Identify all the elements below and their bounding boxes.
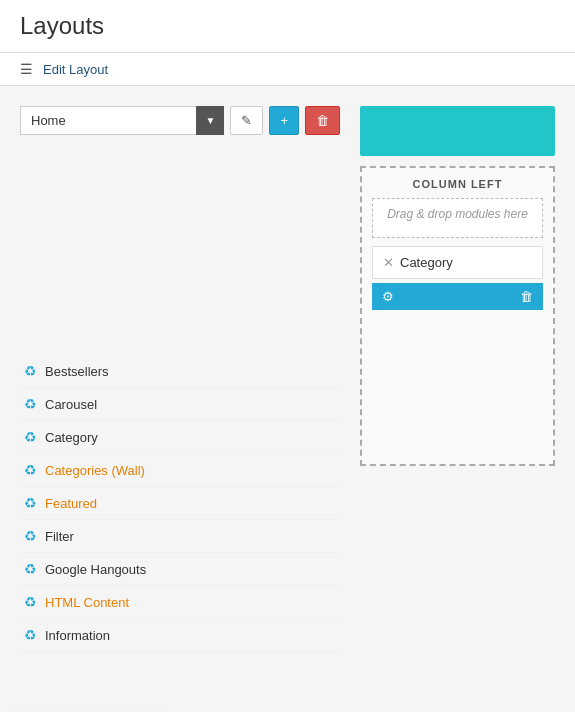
module-name-information: Information <box>45 628 110 643</box>
page-header: Layouts <box>0 0 575 53</box>
module-card-close-icon[interactable]: ✕ <box>383 255 394 270</box>
list-item: ♻ Categories (Wall) <box>20 454 340 487</box>
left-panel: - Add New - Account Affiliate Category C… <box>20 106 340 652</box>
page-title: Layouts <box>20 12 555 40</box>
module-icon-category: ♻ <box>24 429 37 445</box>
list-item: ♻ Information <box>20 619 340 652</box>
add-icon: + <box>280 113 288 128</box>
dropdown-row: - Add New - Account Affiliate Category C… <box>20 106 340 135</box>
module-name-filter: Filter <box>45 529 74 544</box>
module-name-category: Category <box>45 430 98 445</box>
list-item: ♻ Google Hangouts <box>20 553 340 586</box>
list-item: ♻ Filter <box>20 520 340 553</box>
layout-select[interactable]: - Add New - Account Affiliate Category C… <box>20 106 224 135</box>
delete-button[interactable]: 🗑 <box>305 106 340 135</box>
module-icon-information: ♻ <box>24 627 37 643</box>
layout-select-wrapper: - Add New - Account Affiliate Category C… <box>20 106 224 135</box>
module-card: ✕ Category <box>372 246 543 279</box>
drop-zone[interactable]: Drag & drop modules here <box>372 198 543 238</box>
module-card-label: Category <box>400 255 453 270</box>
list-item: ♻ HTML Content <box>20 586 340 619</box>
toolbar: ☰ Edit Layout <box>0 53 575 86</box>
module-icon-html-content: ♻ <box>24 594 37 610</box>
edit-layout-link[interactable]: Edit Layout <box>43 62 108 77</box>
module-card-name: ✕ Category <box>383 255 453 270</box>
list-item: ♻ Category <box>20 421 340 454</box>
right-panel: COLUMN LEFT Drag & drop modules here ✕ C… <box>360 106 555 652</box>
module-icon-carousel: ♻ <box>24 396 37 412</box>
column-left-label: COLUMN LEFT <box>372 178 543 190</box>
column-left-section: COLUMN LEFT Drag & drop modules here ✕ C… <box>360 166 555 466</box>
module-icon-bestsellers: ♻ <box>24 363 37 379</box>
list-item: ♻ Featured <box>20 487 340 520</box>
add-button[interactable]: + <box>269 106 299 135</box>
module-icon-categories-wall: ♻ <box>24 462 37 478</box>
trash-icon[interactable]: 🗑 <box>520 289 533 304</box>
module-icon-filter: ♻ <box>24 528 37 544</box>
gear-icon[interactable]: ⚙ <box>382 289 394 304</box>
list-item: ♻ Bestsellers <box>20 355 340 388</box>
module-card-actions: ⚙ 🗑 <box>372 283 543 310</box>
list-item: ♻ Carousel <box>20 388 340 421</box>
module-name-bestsellers: Bestsellers <box>45 364 109 379</box>
list-icon: ☰ <box>20 61 33 77</box>
module-name-featured: Featured <box>45 496 97 511</box>
module-name-html-content: HTML Content <box>45 595 129 610</box>
edit-icon: ✎ <box>241 113 252 128</box>
module-icon-featured: ♻ <box>24 495 37 511</box>
main-content: - Add New - Account Affiliate Category C… <box>0 86 575 672</box>
module-name-google-hangouts: Google Hangouts <box>45 562 146 577</box>
edit-button[interactable]: ✎ <box>230 106 263 135</box>
cyan-bar <box>360 106 555 156</box>
module-name-carousel: Carousel <box>45 397 97 412</box>
module-name-categories-wall: Categories (Wall) <box>45 463 145 478</box>
module-list: ♻ Bestsellers ♻ Carousel ♻ Category ♻ Ca… <box>20 355 340 652</box>
module-icon-google-hangouts: ♻ <box>24 561 37 577</box>
delete-icon: 🗑 <box>316 113 329 128</box>
